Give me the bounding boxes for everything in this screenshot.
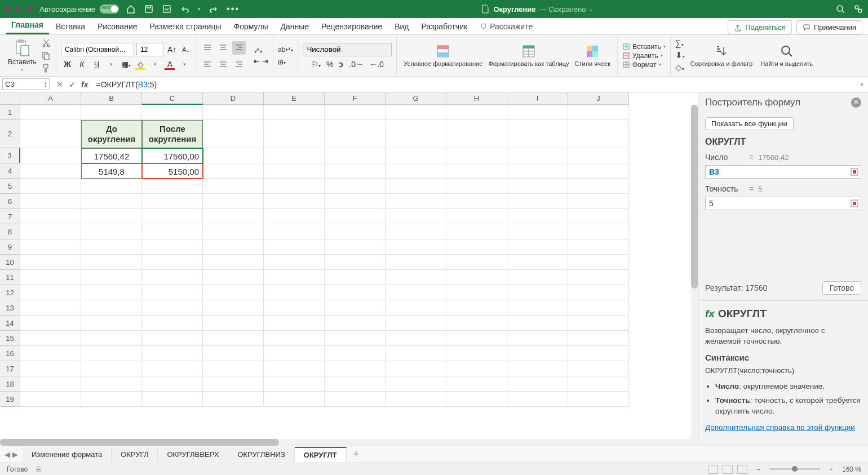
tab-insert[interactable]: Вставка xyxy=(50,19,91,34)
share-button[interactable]: Поделиться xyxy=(728,20,792,34)
select-all-corner[interactable] xyxy=(0,92,20,105)
cell-B2[interactable]: До округления xyxy=(81,120,142,148)
undo-dropdown-icon[interactable]: ▾ xyxy=(198,6,201,12)
show-all-functions-button[interactable]: Показать все функции xyxy=(705,117,794,130)
autosum-button[interactable]: ∑▾ xyxy=(675,38,685,48)
delete-cells-button[interactable]: Удалить▾ xyxy=(622,52,666,60)
sheet-tab-5[interactable]: ОКРУГЛТ xyxy=(295,447,347,462)
align-bottom-right[interactable] xyxy=(232,57,246,70)
fx-icon[interactable]: fx xyxy=(81,80,88,89)
col-header-J[interactable]: J xyxy=(568,92,629,105)
row-header-10[interactable]: 10 xyxy=(0,255,20,270)
find-select-button[interactable]: Найти и выделить xyxy=(758,43,815,68)
range-picker-icon-2[interactable] xyxy=(850,199,859,208)
row-header-18[interactable]: 18 xyxy=(0,376,20,392)
cell-styles-button[interactable]: Стили ячеек xyxy=(573,43,613,68)
zoom-slider[interactable] xyxy=(769,468,820,470)
decrease-font-icon[interactable]: A↓ xyxy=(180,46,191,53)
tell-me[interactable]: Расскажите xyxy=(474,19,538,34)
tab-data[interactable]: Данные xyxy=(274,19,315,34)
normal-view-button[interactable] xyxy=(708,465,718,474)
insert-cells-button[interactable]: Вставить▾ xyxy=(622,43,666,51)
name-box[interactable]: C3 ▴▾ xyxy=(2,78,50,90)
autosave-toggle[interactable]: ВКЛ. xyxy=(100,5,119,14)
fill-color-button[interactable]: ◇ xyxy=(135,60,145,69)
done-button[interactable]: Готово xyxy=(822,281,861,295)
col-header-E[interactable]: E xyxy=(264,92,325,105)
arg2-input[interactable]: 5 xyxy=(705,197,861,210)
worksheet-grid[interactable]: A B C D E F G H I J 1 2 До округления По… xyxy=(0,92,698,446)
sheet-tab-2[interactable]: ОКРУГЛ xyxy=(112,447,158,461)
row-header-11[interactable]: 11 xyxy=(0,270,20,285)
row-header-15[interactable]: 15 xyxy=(0,331,20,346)
cell-C2[interactable]: После округления xyxy=(142,120,203,148)
paste-button[interactable]: Вставить ▾ xyxy=(8,39,37,72)
cell-C4[interactable]: 5150,00 xyxy=(142,163,203,179)
doc-dropdown-icon[interactable]: ⌄ xyxy=(589,6,594,12)
col-header-A[interactable]: A xyxy=(20,92,81,105)
vertical-scrollbar[interactable] xyxy=(691,105,698,439)
row-header-6[interactable]: 6 xyxy=(0,194,20,209)
ribbon-toggle-icon[interactable] xyxy=(853,4,863,14)
sheet-tab-1[interactable]: Изменение формата xyxy=(23,447,112,461)
tab-formulas[interactable]: Формулы xyxy=(228,19,274,34)
tab-view[interactable]: Вид xyxy=(389,19,414,34)
cancel-formula-icon[interactable]: ✕ xyxy=(56,80,63,89)
tab-developer[interactable]: Разработчик xyxy=(415,19,473,34)
cell-B4[interactable]: 5149,8 xyxy=(81,163,142,179)
row-header-5[interactable]: 5 xyxy=(0,179,20,194)
add-sheet-button[interactable]: + xyxy=(347,449,366,460)
horizontal-scrollbar[interactable] xyxy=(0,439,698,446)
sort-filter-button[interactable]: Сортировка и фильтр xyxy=(688,43,755,68)
font-size-select[interactable]: 12 xyxy=(136,43,163,56)
window-controls[interactable] xyxy=(5,6,33,12)
formula-input[interactable]: =ОКРУГЛТ(B3;5) xyxy=(92,79,856,90)
more-icon[interactable]: ••• xyxy=(227,4,240,14)
increase-indent[interactable]: ⇥ xyxy=(262,57,268,65)
cell-B3[interactable]: 17560,42 xyxy=(81,148,142,163)
row-header-19[interactable]: 19 xyxy=(0,392,20,407)
autosave-cloud-icon[interactable] xyxy=(162,4,172,14)
row-header-17[interactable]: 17 xyxy=(0,361,20,376)
search-icon[interactable] xyxy=(835,4,845,14)
expand-formula-bar-icon[interactable]: ▾ xyxy=(856,82,868,87)
format-painter-icon[interactable] xyxy=(41,63,51,73)
copy-icon[interactable] xyxy=(41,51,51,61)
tab-draw[interactable]: Рисование xyxy=(92,19,143,34)
cell-C3[interactable]: 17560,00 xyxy=(142,148,203,163)
currency-button[interactable]: ⚐▾ xyxy=(311,60,321,69)
arg1-input[interactable]: B3 xyxy=(705,165,861,179)
row-header-7[interactable]: 7 xyxy=(0,209,20,224)
italic-button[interactable]: К xyxy=(77,60,87,69)
cut-icon[interactable] xyxy=(41,38,51,48)
undo-icon[interactable] xyxy=(180,4,190,14)
sheet-tab-4[interactable]: ОКРУГЛВНИЗ xyxy=(228,447,294,461)
orientation-button[interactable]: ⤢▾ xyxy=(254,46,262,55)
decrease-indent[interactable]: ⇤ xyxy=(254,57,260,65)
increase-font-icon[interactable]: A↑ xyxy=(166,45,178,54)
sheet-nav-prev-icon[interactable]: ◀ xyxy=(5,450,10,459)
row-header-3[interactable]: 3 xyxy=(0,148,20,163)
align-top-center[interactable] xyxy=(216,41,230,55)
sheet-tab-3[interactable]: ОКРУГЛВВЕРХ xyxy=(158,447,228,461)
row-header-1[interactable]: 1 xyxy=(0,105,20,120)
percent-button[interactable]: % xyxy=(326,60,333,69)
col-header-C[interactable]: C xyxy=(142,92,203,105)
zoom-out-button[interactable]: − xyxy=(756,465,760,473)
tab-home[interactable]: Главная xyxy=(6,17,49,34)
zoom-in-button[interactable]: + xyxy=(829,465,833,473)
tab-page-layout[interactable]: Разметка страницы xyxy=(144,19,227,34)
font-color-dropdown-icon[interactable]: ▾ xyxy=(179,61,189,67)
home-icon[interactable] xyxy=(126,4,136,14)
increase-decimal[interactable]: .0→ xyxy=(349,60,364,69)
decrease-decimal[interactable]: ←.0 xyxy=(369,60,384,69)
align-top-right[interactable] xyxy=(232,41,246,55)
help-link[interactable]: Дополнительная справка по этой функции xyxy=(705,423,855,432)
col-header-I[interactable]: I xyxy=(507,92,568,105)
row-header-9[interactable]: 9 xyxy=(0,239,20,255)
col-header-H[interactable]: H xyxy=(446,92,507,105)
redo-icon[interactable] xyxy=(209,4,219,14)
row-header-12[interactable]: 12 xyxy=(0,285,20,300)
row-header-14[interactable]: 14 xyxy=(0,316,20,331)
merge-button[interactable]: ⊞▾ xyxy=(278,58,293,66)
